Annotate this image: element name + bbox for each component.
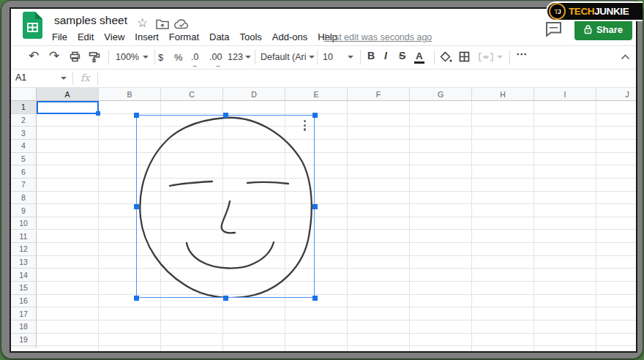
zoom-caret-icon[interactable] [143,56,149,59]
increase-decimal-button[interactable]: .00→ [209,52,222,63]
fill-handle[interactable] [96,111,100,116]
more-toolbar-button[interactable]: ⋯ [516,48,528,59]
font-family-select[interactable]: Default (Ari… [261,52,307,63]
row-header-18[interactable]: 18 [11,320,37,334]
arrow-right-icon: → [214,60,221,71]
row-header-20[interactable]: 20 [11,346,37,348]
comment-icon[interactable] [545,21,562,37]
formula-input[interactable] [103,72,633,85]
drawing-handle-ne[interactable] [312,113,318,118]
move-to-folder-icon[interactable] [156,19,169,29]
col-header-H[interactable]: H [472,88,534,101]
menu-format[interactable]: Format [164,31,204,42]
toolbar-divider [108,50,109,64]
menu-view[interactable]: View [99,31,130,42]
document-title[interactable]: samples sheet [54,14,127,27]
row-header-2[interactable]: 2 [11,114,37,127]
techjunkie-wordmark: TECHJUNKIE [569,6,629,17]
row-header-6[interactable]: 6 [11,165,37,179]
number-format-caret-icon[interactable] [245,56,251,59]
row-header-8[interactable]: 8 [11,192,37,205]
row-header-15[interactable]: 15 [11,282,37,295]
font-family-caret-icon[interactable] [309,56,315,59]
col-header-E[interactable]: E [285,88,348,101]
col-header-D[interactable]: D [223,88,285,101]
col-header-C[interactable]: C [161,88,223,101]
fill-color-button[interactable] [440,51,452,63]
toolbar-divider [255,50,255,64]
arrow-left-icon: ← [192,60,198,71]
drawing-handle-nw[interactable] [134,113,139,118]
row-header-17[interactable]: 17 [11,307,37,320]
drawing-options-menu-icon[interactable] [304,120,306,131]
decrease-decimal-button[interactable]: .0← [191,52,198,63]
row-header-10[interactable]: 10 [11,217,37,230]
row-header-3[interactable]: 3 [11,127,37,140]
row-header-11[interactable]: 11 [11,230,37,244]
strikethrough-button[interactable]: S [399,50,405,61]
col-header-A[interactable]: A [37,88,99,101]
col-header-J[interactable]: J [596,88,636,101]
row-header-4[interactable]: 4 [11,140,37,153]
drawing-handle-se[interactable] [312,296,318,301]
undo-button[interactable]: ↶ [29,49,39,64]
col-header-B[interactable]: B [99,88,161,101]
format-currency-button[interactable]: $ [158,52,163,63]
format-percent-button[interactable]: % [174,52,183,63]
menu-edit[interactable]: Edit [72,31,99,42]
select-all-corner[interactable] [11,88,37,101]
italic-button[interactable]: I [384,50,387,61]
toolbar-divider [154,50,155,64]
share-label: Share [596,24,623,35]
row-header-7[interactable]: 7 [11,179,37,192]
drawing-handle-s[interactable] [223,296,228,301]
menu-file[interactable]: File [47,31,72,42]
google-sheets-logo[interactable] [23,12,42,39]
bold-button[interactable]: B [367,50,375,61]
techjunkie-logo-icon: TJ [549,3,566,20]
text-color-button[interactable]: A [414,50,424,64]
row-headers: 1234567891011121314151617181920 [11,101,37,348]
row-header-16[interactable]: 16 [11,295,37,308]
name-box-caret-icon[interactable] [61,77,67,80]
print-button[interactable] [70,51,80,62]
number-format-button[interactable]: 123 [228,52,243,63]
font-size-caret-icon[interactable] [348,56,353,59]
name-box[interactable]: A1 [15,72,58,83]
cells-area[interactable] [37,101,636,351]
star-icon[interactable]: ☆ [137,15,148,31]
merge-cells-button [479,53,493,61]
row-header-12[interactable]: 12 [11,243,37,256]
menu-insert[interactable]: Insert [130,31,164,42]
collapse-toolbar-icon[interactable] [621,54,630,60]
menu-tools[interactable]: Tools [234,31,266,42]
lock-icon [584,24,592,34]
cloud-saved-icon[interactable] [174,19,190,29]
paint-format-button[interactable] [89,51,100,63]
row-header-9[interactable]: 9 [11,204,37,217]
col-header-F[interactable]: F [348,88,410,101]
techjunkie-badge: TJ TECHJUNKIE [546,1,643,21]
col-header-I[interactable]: I [534,88,596,101]
drawing-handle-sw[interactable] [134,296,139,301]
last-edit-status[interactable]: Last edit was seconds ago [324,32,432,42]
font-size-select[interactable]: 10 [323,52,333,63]
row-header-1[interactable]: 1 [11,101,37,114]
row-header-14[interactable]: 14 [11,269,37,282]
row-header-5[interactable]: 5 [11,153,37,166]
row-header-19[interactable]: 19 [11,334,37,347]
redo-button[interactable]: ↷ [49,49,59,64]
row-header-13[interactable]: 13 [11,256,37,269]
toolbar-top-divider [11,45,636,46]
drawing-handle-e[interactable] [312,204,318,209]
share-button[interactable]: Share [574,18,632,40]
toolbar-bottom-divider [11,69,636,70]
drawing-handle-w[interactable] [134,204,139,209]
drawing-handle-n[interactable] [223,113,228,118]
menu-add-ons[interactable]: Add-ons [267,31,312,42]
menu-data[interactable]: Data [204,31,234,42]
zoom-select[interactable]: 100% [116,52,139,63]
drawing-selection-box[interactable] [136,115,315,298]
borders-button[interactable] [459,51,470,62]
col-header-G[interactable]: G [410,88,472,101]
